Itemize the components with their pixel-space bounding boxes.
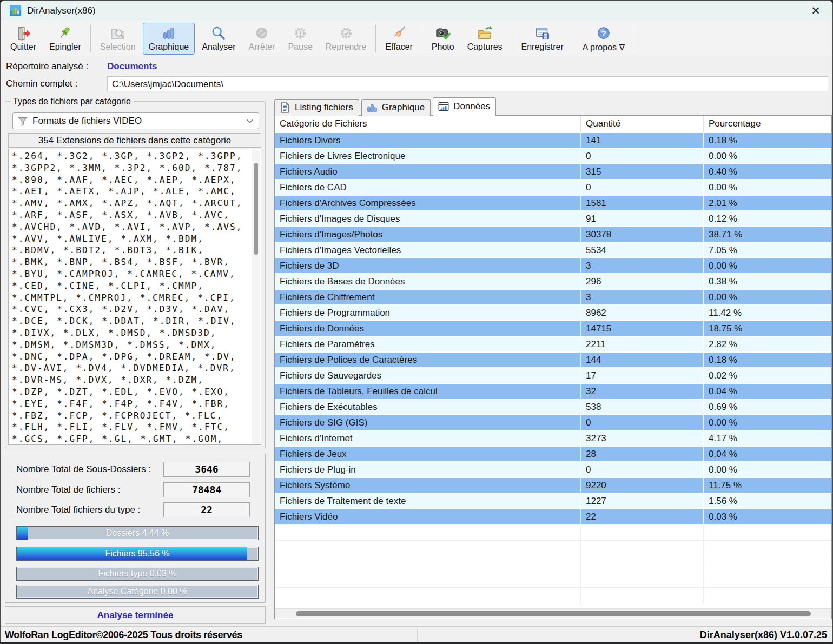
analyse-button[interactable]: Analyser	[196, 23, 241, 55]
quantity-cell: 144	[581, 353, 704, 367]
selection-button[interactable]: Selection	[94, 23, 142, 55]
extensions-text: *.264, *.3G2, *.3GP, *.3GP2, *.3GPP, *.3…	[12, 150, 246, 445]
percentage-cell: 2.01 %	[704, 196, 831, 210]
camera-check-icon	[435, 25, 451, 42]
table-row[interactable]: Fichiers de SIG (GIS)00.00 %	[275, 415, 831, 431]
table-row[interactable]: Fichiers de Livres Electronique00.00 %	[275, 149, 831, 164]
table-row[interactable]: Fichiers de CAD00.00 %	[275, 180, 831, 196]
table-row[interactable]: Fichiers d'Images de Disques910.12 %	[275, 211, 831, 227]
empty-cell	[275, 556, 581, 572]
category-filter-value: Formats de fichiers VIDEO	[32, 116, 142, 127]
table-row[interactable]: Fichiers de Polices de Caractères1440.18…	[275, 353, 831, 368]
table-body: Fichiers Divers1410.18 %Fichiers de Livr…	[275, 133, 831, 603]
category-cell: Fichiers Système	[275, 478, 581, 493]
gear-resume-icon	[338, 25, 354, 42]
pause-button[interactable]: ! Pause	[282, 23, 318, 55]
category-cell: Fichiers de CAD	[275, 180, 581, 195]
empty-table-row	[275, 556, 831, 572]
total-type-files-value: 22	[163, 502, 250, 517]
table-row[interactable]: Fichiers d'Archives Compressées15812.01 …	[275, 196, 831, 211]
table-row[interactable]: Fichiers de Paramètres22112.82 %	[275, 337, 831, 353]
chevron-down-icon	[246, 117, 254, 125]
graphique-button[interactable]: Graphique	[143, 23, 195, 55]
tab-graphique[interactable]: Graphique	[361, 99, 431, 116]
percentage-cell: 0.40 %	[704, 164, 831, 179]
table-row[interactable]: Fichiers de Exécutables5380.69 %	[275, 400, 831, 415]
table-row[interactable]: Fichiers d'Internet32734.17 %	[275, 431, 831, 447]
extensions-list[interactable]: *.264, *.3G2, *.3GP, *.3GP2, *.3GPP, *.3…	[8, 149, 261, 445]
quit-button[interactable]: Quitter	[4, 23, 42, 55]
toolbar-separator	[634, 25, 634, 52]
table-row[interactable]: Fichiers d'Images/Photos3037838.71 %	[275, 227, 831, 243]
funnel-icon	[17, 116, 28, 127]
table-row[interactable]: Fichiers de Jeux280.04 %	[275, 447, 831, 462]
tab-donnees[interactable]: Données	[433, 97, 496, 116]
quantity-cell: 0	[581, 149, 704, 163]
table-row[interactable]: Fichiers de Données1471518.75 %	[275, 321, 831, 337]
extensions-scrollbar[interactable]	[252, 150, 260, 444]
quantity-cell: 30378	[581, 227, 704, 242]
horizontal-scrollbar-thumb[interactable]	[296, 611, 811, 616]
percentage-cell: 0.04 %	[704, 384, 831, 399]
about-button[interactable]: ? A propos ∇	[577, 23, 631, 55]
empty-cell	[581, 541, 704, 556]
pin-button[interactable]: Epingler	[43, 23, 87, 55]
col-quantite[interactable]: Quantité	[581, 116, 704, 133]
quantity-cell: 538	[581, 400, 704, 414]
full-path-field[interactable]: C:\Users\jmjac\Documents\	[107, 76, 828, 91]
empty-table-row	[275, 525, 831, 541]
quantity-cell: 3	[581, 258, 704, 273]
table-row[interactable]: Fichiers de Tableurs, Feuilles de calcul…	[275, 384, 831, 400]
percentage-cell: 0.03 %	[704, 509, 831, 524]
table-row[interactable]: Fichiers de Plug-in00.00 %	[275, 462, 831, 478]
horizontal-scrollbar[interactable]	[275, 608, 831, 618]
save-button[interactable]: Enregistrer	[515, 23, 570, 55]
category-filter-select[interactable]: Formats de fichiers VIDEO	[12, 112, 259, 129]
category-group-title: Types de fichiers par catégorie	[10, 97, 134, 107]
col-categorie[interactable]: Catégorie de Fichiers	[275, 116, 581, 133]
analysed-dir-label: Répertoire analysé :	[6, 61, 88, 72]
table-row[interactable]: Fichiers de 3D30.00 %	[275, 258, 831, 274]
table-row[interactable]: Fichiers de Traitement de texte12271.56 …	[275, 494, 831, 509]
table-row[interactable]: Fichiers de Bases de Données2960.38 %	[275, 274, 831, 290]
category-cell: Fichiers de Bases de Données	[275, 274, 581, 289]
percentage-cell: 0.02 %	[704, 368, 831, 383]
empty-cell	[275, 541, 581, 556]
stop-button[interactable]: Arrêter	[243, 23, 281, 55]
resume-button[interactable]: Reprendre	[320, 23, 373, 55]
extensions-scrollbar-thumb[interactable]	[254, 163, 258, 255]
clear-button[interactable]: Effacer	[379, 23, 418, 55]
table-row[interactable]: Fichiers de Chiffrement30.00 %	[275, 290, 831, 306]
percentage-cell: 0.18 %	[704, 353, 831, 367]
col-pourcentage[interactable]: Pourcentage	[704, 116, 831, 133]
empty-cell	[704, 588, 831, 603]
category-cell: Fichiers d'Images de Disques	[275, 211, 581, 226]
table-row[interactable]: Fichiers Divers1410.18 %	[275, 133, 831, 149]
table-row[interactable]: Fichiers Système922011.75 %	[275, 478, 831, 494]
brush-icon	[391, 25, 407, 42]
captures-button[interactable]: Captures	[461, 23, 508, 55]
empty-cell	[581, 525, 704, 540]
table-row[interactable]: Fichiers d'Images Vectorielles55347.05 %	[275, 243, 831, 258]
category-cell: Fichiers de Jeux	[275, 447, 581, 461]
title-bar[interactable]: DirAnalyser(x86) ✕	[1, 1, 832, 21]
toolbar-separator	[573, 25, 573, 52]
quantity-cell: 315	[581, 164, 704, 179]
percentage-cell: 0.00 %	[704, 258, 831, 273]
progress-fichiers: Fichiers 95.56 %	[16, 547, 259, 561]
table-row[interactable]: Fichiers de Sauvegardes170.02 %	[275, 368, 831, 384]
category-cell: Fichiers de Sauvegardes	[275, 368, 581, 383]
quantity-cell: 91	[581, 211, 704, 226]
svg-text:?: ?	[601, 28, 606, 37]
table-row[interactable]: Fichiers Audio3150.40 %	[275, 164, 831, 180]
category-cell: Fichiers Audio	[275, 164, 581, 179]
tab-listing-fichiers[interactable]: Listing fichiers	[274, 99, 359, 116]
percentage-cell: 38.71 %	[704, 227, 831, 242]
table-row[interactable]: Fichiers Vidéo220.03 %	[275, 509, 831, 525]
table-row[interactable]: Fichiers de Programmation896211.42 %	[275, 306, 831, 321]
photo-button[interactable]: Photo	[426, 23, 460, 55]
category-cell: Fichiers de Chiffrement	[275, 290, 581, 304]
close-button[interactable]: ✕	[806, 3, 825, 19]
percentage-cell: 0.12 %	[704, 211, 831, 226]
toolbar: Quitter Epingler Selection	[1, 22, 832, 56]
